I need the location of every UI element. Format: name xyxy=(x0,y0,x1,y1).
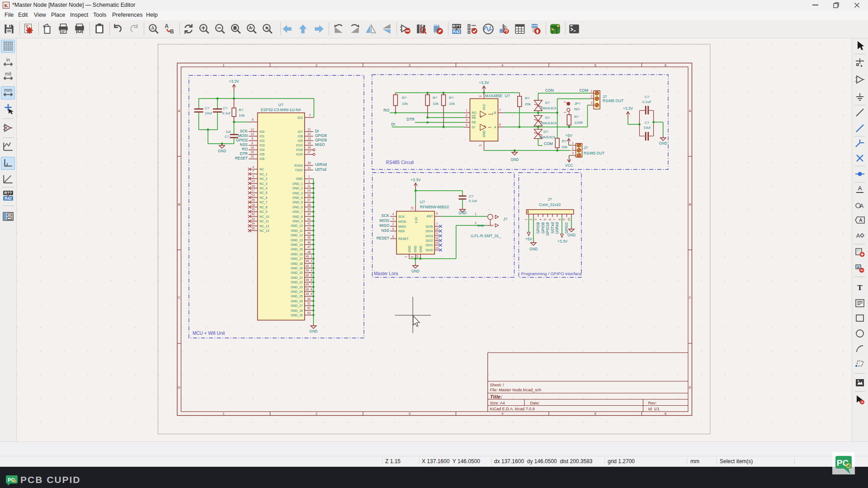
svg-text:NC_11: NC_11 xyxy=(259,220,269,223)
svg-text:GND: GND xyxy=(510,158,519,162)
svg-text:37: 37 xyxy=(307,198,311,202)
svg-text:DE: DE xyxy=(472,121,476,124)
svg-text:6: 6 xyxy=(251,141,253,145)
svg-text:+3.3V: +3.3V xyxy=(229,79,239,84)
svg-text:0.1uF: 0.1uF xyxy=(642,100,652,104)
svg-text:DIO2: DIO2 xyxy=(425,239,433,242)
svg-text:RFM95W-86BS2: RFM95W-86BS2 xyxy=(420,205,449,209)
svg-text:IO7: IO7 xyxy=(298,130,303,133)
svg-text:KiCad E.D.A. kicad 7.0.9: KiCad E.D.A. kicad 7.0.9 xyxy=(490,407,535,411)
svg-text:U?: U? xyxy=(278,103,283,107)
svg-text:IO18: IO18 xyxy=(296,148,303,151)
svg-text:1uf: 1uf xyxy=(226,130,231,134)
svg-text:51: 51 xyxy=(307,302,311,305)
svg-text:GND_28: GND_28 xyxy=(291,309,303,313)
svg-text:SMAJ6.8CA: SMAJ6.8CA xyxy=(541,107,557,110)
svg-text:10uf: 10uf xyxy=(205,111,212,115)
svg-text:R?: R? xyxy=(574,115,579,119)
svg-text:GND_27: GND_27 xyxy=(291,304,303,308)
svg-text:GND_26: GND_26 xyxy=(291,300,303,303)
svg-text:Sheet: /: Sheet: / xyxy=(490,383,505,387)
svg-text:SCK: SCK xyxy=(382,213,390,218)
svg-text:IO10: IO10 xyxy=(296,144,303,147)
svg-text:NC_9: NC_9 xyxy=(259,210,268,214)
svg-text:52: 52 xyxy=(307,306,311,310)
svg-text:Size: A4: Size: A4 xyxy=(490,401,505,405)
svg-text:8: 8 xyxy=(479,95,482,97)
svg-text:GND: GND xyxy=(414,245,417,252)
svg-text:36: 36 xyxy=(307,194,311,197)
svg-text:5: 5 xyxy=(392,227,394,230)
svg-text:GND_4: GND_4 xyxy=(292,196,303,200)
svg-text:12: 12 xyxy=(250,128,254,131)
svg-text:C: C xyxy=(178,296,180,300)
svg-text:RESET: RESET xyxy=(235,156,248,160)
svg-text:NC_3: NC_3 xyxy=(259,182,268,186)
svg-text:43: 43 xyxy=(307,227,311,230)
svg-text:GND_24: GND_24 xyxy=(291,290,303,294)
svg-text:Programming / GPIPO interface: Programming / GPIPO interface xyxy=(521,271,582,276)
svg-text:7: 7 xyxy=(553,219,556,221)
svg-text:9: 9 xyxy=(436,212,438,215)
svg-text:GND: GND xyxy=(659,141,667,145)
svg-text:27: 27 xyxy=(307,150,311,154)
svg-text:8: 8 xyxy=(558,219,561,221)
svg-text:20k: 20k xyxy=(525,102,531,106)
svg-text:GND: GND xyxy=(309,329,317,333)
svg-text:12: 12 xyxy=(435,227,439,230)
svg-text:DIO3: DIO3 xyxy=(425,235,433,238)
svg-text:+5V: +5V xyxy=(525,237,533,241)
svg-text:9: 9 xyxy=(562,219,566,221)
svg-text:JP?: JP? xyxy=(574,102,580,106)
svg-text:10: 10 xyxy=(567,218,571,221)
svg-text:GND: GND xyxy=(218,149,226,153)
svg-text:GND_7: GND_7 xyxy=(292,210,303,214)
svg-text:26: 26 xyxy=(307,146,311,149)
svg-text:NC_8: NC_8 xyxy=(259,206,268,209)
svg-text:DIO4: DIO4 xyxy=(425,230,433,233)
svg-text:GND_23: GND_23 xyxy=(291,286,303,289)
svg-text:GND_8: GND_8 xyxy=(292,215,303,219)
svg-text:49_8: 49_8 xyxy=(306,288,312,291)
svg-text:1: 1 xyxy=(223,63,225,67)
svg-text:MISO: MISO xyxy=(398,225,406,228)
svg-text:R?: R? xyxy=(525,96,530,100)
svg-text:6: 6 xyxy=(499,123,501,126)
svg-text:A: A xyxy=(165,23,169,29)
svg-text:GND: GND xyxy=(408,245,411,252)
svg-text:3: 3 xyxy=(591,101,593,104)
svg-text:U0Txd: U0Txd xyxy=(551,222,555,234)
svg-text:GND: GND xyxy=(419,245,422,252)
svg-text:20: 20 xyxy=(250,155,254,158)
svg-text:GND_16: GND_16 xyxy=(291,253,303,256)
svg-text:GND_10: GND_10 xyxy=(291,224,303,228)
svg-text:10uf: 10uf xyxy=(643,126,651,130)
svg-text:7: 7 xyxy=(436,222,438,225)
svg-text:NC_12: NC_12 xyxy=(259,225,269,228)
svg-text:GPIO8: GPIO8 xyxy=(315,133,327,138)
svg-text:B: B xyxy=(494,111,496,114)
svg-text:NC_4: NC_4 xyxy=(259,187,268,190)
svg-text:2: 2 xyxy=(308,180,310,183)
svg-text:NC_10: NC_10 xyxy=(259,215,269,219)
svg-text:49_9: 49_9 xyxy=(306,292,312,296)
svg-text:+3.3V: +3.3V xyxy=(557,239,568,244)
svg-text:C?: C? xyxy=(469,194,474,198)
svg-text:3.3V: 3.3V xyxy=(415,217,418,223)
svg-text:D?: D? xyxy=(545,116,550,120)
svg-text:U0Rxd: U0Rxd xyxy=(315,162,327,167)
svg-text:3: 3 xyxy=(392,217,394,221)
svg-text:A: A xyxy=(689,109,691,113)
svg-text:DI: DI xyxy=(392,122,396,127)
svg-text:2: 2 xyxy=(316,63,317,67)
svg-text:GND_19: GND_19 xyxy=(291,267,303,270)
svg-text:10k: 10k xyxy=(433,102,439,106)
svg-text:3: 3 xyxy=(409,63,410,67)
svg-text:RESET: RESET xyxy=(398,237,409,240)
svg-text:GND: GND xyxy=(411,269,420,273)
svg-text:RO: RO xyxy=(472,111,476,114)
svg-text:MISO: MISO xyxy=(379,223,389,228)
svg-text:53: 53 xyxy=(307,311,311,314)
svg-text:10k: 10k xyxy=(402,102,408,106)
svg-text:GPIO9: GPIO9 xyxy=(536,222,540,234)
